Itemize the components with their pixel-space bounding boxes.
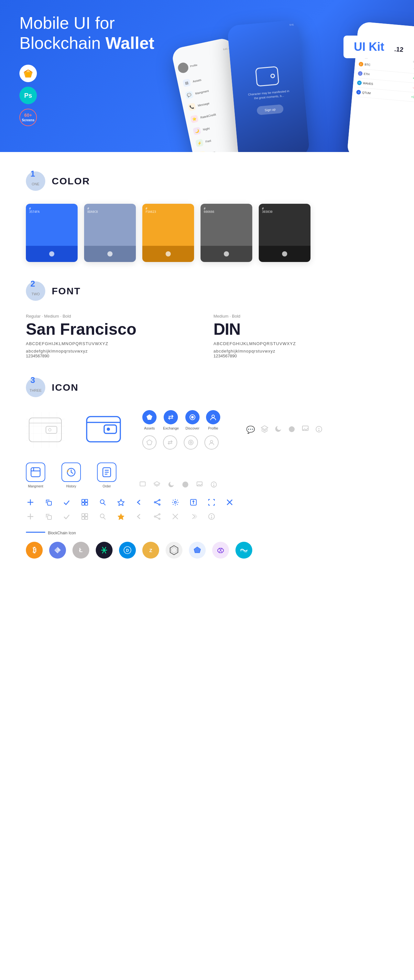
- upload-icon: [189, 498, 198, 507]
- svg-point-21: [107, 428, 110, 431]
- svg-line-84: [156, 517, 159, 519]
- ui-kit-badge: UI Kit: [344, 36, 395, 58]
- font-section-number: 2 TWO: [26, 282, 45, 301]
- svg-rect-74: [85, 514, 88, 516]
- star-icon-gray: [116, 512, 126, 521]
- svg-line-63: [156, 500, 159, 502]
- color-card-slate: #8DA0C8: [84, 204, 136, 262]
- svg-point-61: [154, 502, 156, 503]
- svg-marker-59: [118, 500, 124, 506]
- nav-icon-assets: Assets: [142, 410, 156, 430]
- font-din: Medium · Bold DIN ABCDEFGHIJKLMNOPQRSTUV…: [213, 314, 388, 358]
- resize-icon: [207, 498, 216, 507]
- svg-point-30: [210, 441, 212, 443]
- svg-rect-52: [48, 501, 51, 505]
- message-icon: [301, 425, 309, 435]
- check-icon-gray: [62, 512, 71, 521]
- svg-rect-72: [48, 515, 51, 519]
- screens-badge: 60+Screens: [19, 109, 37, 126]
- nav-icon-exchange: Exchange: [163, 410, 179, 430]
- app-icons-row: Mangment History: [26, 463, 388, 488]
- back-icon-gray: [135, 512, 143, 521]
- nav-icons-group: Assets Exchange: [142, 410, 220, 450]
- coin-iota: [166, 542, 182, 558]
- nav-icons-top: Assets Exchange: [142, 410, 220, 430]
- back-icon: [135, 498, 143, 507]
- misc-icons-group: 💬: [246, 425, 323, 435]
- svg-point-65: [174, 501, 176, 503]
- color-card-gray: #666666: [201, 204, 252, 262]
- settings-icon: [171, 498, 180, 507]
- coins-row: ₿ Ł D: [26, 542, 388, 558]
- misc-small-icons: [139, 481, 217, 488]
- blockchain-divider: [26, 532, 45, 533]
- hero-badges: Ps 60+Screens: [19, 65, 37, 126]
- small-icons-blue: [26, 498, 388, 507]
- svg-point-81: [154, 516, 156, 517]
- coin-neo: [96, 542, 113, 558]
- svg-point-80: [159, 514, 160, 515]
- small-icons-gray: [26, 512, 388, 521]
- icon-wallet-row: Assets Exchange: [26, 410, 388, 450]
- svg-rect-56: [85, 503, 88, 505]
- svg-marker-23: [146, 414, 152, 420]
- x-icon-gray: [171, 512, 180, 521]
- color-section-title: COLOR: [52, 176, 90, 187]
- svg-rect-53: [82, 500, 84, 502]
- icon-section-number: 3 THREE: [26, 378, 45, 397]
- svg-point-45: [182, 482, 188, 487]
- star-icon: [116, 498, 126, 507]
- font-section: 2 TWO FONT Regular · Medium · Bold San F…: [26, 282, 388, 358]
- color-swatches: #3574FA #8DA0C8 #F5A623 #666666 #303030: [26, 204, 388, 262]
- svg-line-58: [104, 503, 105, 505]
- grid-icon-gray: [80, 512, 89, 521]
- svg-marker-90: [57, 547, 61, 552]
- plus-icon: [26, 498, 35, 507]
- sketch-badge: [19, 65, 37, 82]
- svg-rect-16: [46, 426, 57, 433]
- svg-rect-55: [82, 503, 84, 505]
- svg-rect-76: [85, 517, 88, 519]
- hero-title: Mobile UI for Blockchain Wallet: [19, 13, 181, 53]
- svg-rect-44: [140, 482, 145, 486]
- svg-rect-20: [104, 425, 116, 433]
- color-card-dark: #303030: [259, 204, 310, 262]
- management-icon: Mangment: [26, 463, 45, 488]
- font-section-header: 2 TWO FONT: [26, 282, 388, 301]
- comment-icon: 💬: [246, 426, 255, 434]
- blockchain-label: BlockChain Icon: [48, 531, 76, 535]
- info-icon: [315, 425, 323, 434]
- close-icon: [225, 498, 234, 507]
- icon-section-title: ICON: [52, 382, 79, 393]
- svg-rect-73: [82, 514, 84, 516]
- svg-point-35: [318, 430, 319, 431]
- nav-icon-profile-outline: [204, 435, 219, 450]
- search-icon-gray: [98, 512, 107, 521]
- svg-marker-4: [30, 72, 32, 77]
- moon-icon: [274, 425, 282, 435]
- nav-icon-discover: Discover: [185, 410, 199, 430]
- layers-icon: [261, 425, 269, 435]
- svg-point-77: [100, 514, 104, 518]
- svg-marker-27: [147, 440, 152, 445]
- svg-point-26: [212, 415, 215, 418]
- grid-icon: [80, 498, 89, 507]
- font-grid: Regular · Medium · Bold San Francisco AB…: [26, 314, 388, 358]
- color-card-blue: #3574FA: [26, 204, 78, 262]
- svg-rect-75: [82, 517, 84, 519]
- wallet-wireframe-icon: [26, 412, 65, 448]
- svg-point-57: [100, 500, 104, 504]
- font-sf: Regular · Medium · Bold San Francisco AB…: [26, 314, 201, 358]
- svg-point-89: [211, 517, 212, 518]
- share-icon-gray: [153, 512, 162, 521]
- svg-point-25: [191, 416, 193, 418]
- hero-section: Mobile UI for Blockchain Wallet UI Kit P…: [0, 0, 414, 152]
- svg-rect-54: [85, 500, 88, 502]
- svg-point-82: [159, 518, 160, 519]
- coin-zcash: Z: [142, 542, 159, 558]
- main-content: 1 ONE COLOR #3574FA #8DA0C8 #F5A623 #666…: [0, 152, 414, 597]
- coin-btc: ₿: [26, 542, 43, 558]
- color-card-orange: #F5A623: [142, 204, 194, 262]
- copy-icon: [44, 498, 53, 507]
- svg-point-17: [49, 428, 51, 431]
